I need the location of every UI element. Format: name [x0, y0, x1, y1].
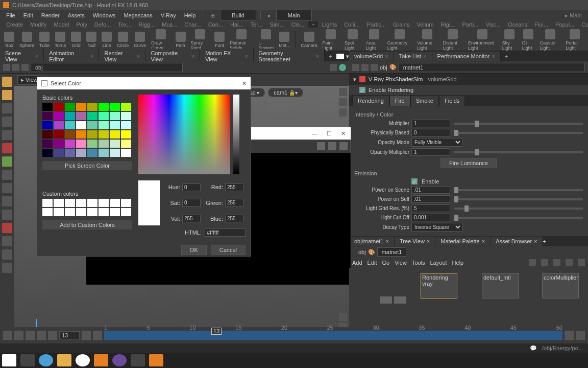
- shelf-distant-light[interactable]: Distant Light: [443, 29, 463, 51]
- swatch[interactable]: [121, 103, 131, 111]
- shelf-met-[interactable]: Met...: [279, 32, 290, 48]
- select-tool[interactable]: [2, 77, 12, 87]
- swatch[interactable]: [76, 121, 86, 129]
- green-input[interactable]: [225, 199, 243, 206]
- custom-swatch[interactable]: [54, 208, 64, 216]
- swatch[interactable]: [76, 149, 86, 157]
- close-icon[interactable]: ✕: [242, 80, 247, 87]
- pself-input[interactable]: [411, 195, 450, 203]
- swatch[interactable]: [121, 149, 131, 157]
- minimize-icon[interactable]: —: [312, 130, 317, 136]
- custom-swatch[interactable]: [65, 208, 75, 216]
- color-gradient[interactable]: [138, 95, 230, 174]
- loop-btn[interactable]: [565, 331, 574, 340]
- shelf-geometry-light[interactable]: Geometry Light: [387, 29, 412, 51]
- shelf-path[interactable]: Path: [176, 32, 186, 48]
- tab-smoke[interactable]: Smoke: [410, 95, 439, 106]
- tool-e[interactable]: [2, 196, 12, 206]
- add-custom-btn[interactable]: Add to Custom Colors: [42, 220, 132, 229]
- swatch[interactable]: [54, 112, 64, 120]
- swatch[interactable]: [87, 140, 97, 148]
- next-frame-btn[interactable]: [37, 331, 46, 340]
- main-dropdown[interactable]: Main: [276, 10, 312, 21]
- swatch[interactable]: [54, 140, 64, 148]
- swatch[interactable]: [121, 112, 131, 120]
- realtime-btn[interactable]: [576, 331, 585, 340]
- shelf-circle[interactable]: Circle: [117, 32, 129, 48]
- menu-edit[interactable]: Edit: [20, 11, 36, 19]
- tool-d[interactable]: [2, 183, 12, 193]
- home-icon[interactable]: [371, 64, 378, 71]
- add-tab-right[interactable]: +: [501, 52, 512, 61]
- app-icon[interactable]: [112, 354, 127, 366]
- swatch[interactable]: [65, 112, 75, 120]
- swatch[interactable]: [65, 103, 75, 111]
- menu-windows[interactable]: Windows: [90, 11, 119, 19]
- pane-icon[interactable]: [336, 54, 344, 59]
- swatch[interactable]: [99, 149, 109, 157]
- enable-rendering-checkbox[interactable]: ✓: [359, 87, 365, 93]
- swatch[interactable]: [99, 103, 109, 111]
- prev-frame-btn[interactable]: [14, 331, 23, 340]
- ok-button[interactable]: OK: [181, 245, 207, 255]
- swatch[interactable]: [87, 121, 97, 129]
- key-next-btn[interactable]: [93, 331, 102, 340]
- menu-assets[interactable]: Assets: [65, 11, 88, 19]
- swatch[interactable]: [54, 103, 64, 111]
- swatch[interactable]: [54, 121, 64, 129]
- path-field[interactable]: matnet1: [399, 63, 585, 72]
- play-btn[interactable]: [26, 331, 35, 340]
- lasso-tool[interactable]: [2, 90, 12, 100]
- swatch[interactable]: [42, 121, 53, 129]
- shelf-torus[interactable]: Torus: [55, 32, 66, 48]
- shelf-curve[interactable]: Curve: [134, 32, 146, 48]
- lgrid-input[interactable]: [411, 204, 450, 212]
- opmult-slider[interactable]: [454, 151, 583, 153]
- node-default[interactable]: default_mtl: [482, 273, 519, 298]
- enable-checkbox[interactable]: ✓: [411, 178, 418, 185]
- swatch[interactable]: [42, 130, 53, 139]
- nettab-asset[interactable]: Asset Browser×: [491, 237, 543, 246]
- opmode-select[interactable]: Fully Visible: [411, 138, 462, 147]
- desktop-dropdown[interactable]: Build: [220, 10, 256, 21]
- home-icon[interactable]: [21, 64, 29, 71]
- fwd-icon[interactable]: [361, 64, 369, 71]
- pscene-input[interactable]: [411, 186, 450, 194]
- path-field[interactable]: obj: [31, 63, 183, 72]
- node-rendering[interactable]: Rendering vray: [421, 273, 457, 298]
- menu-megascans[interactable]: Megascans: [120, 11, 155, 19]
- lock-tool[interactable]: [2, 130, 12, 140]
- decay-select[interactable]: Inverse Square: [411, 223, 462, 232]
- swatch[interactable]: [42, 149, 53, 157]
- custom-swatch[interactable]: [76, 208, 86, 216]
- shelf-environment-light[interactable]: Environment Light: [468, 29, 497, 51]
- swatch[interactable]: [110, 121, 120, 129]
- swatch[interactable]: [121, 140, 131, 148]
- shelf-grid[interactable]: Grid: [71, 32, 81, 48]
- cancel-button[interactable]: Cancel: [211, 245, 246, 255]
- swatch[interactable]: [54, 130, 64, 139]
- back-icon[interactable]: [352, 64, 359, 71]
- val-input[interactable]: [182, 215, 201, 222]
- swatch[interactable]: [76, 112, 86, 120]
- tool-j[interactable]: [2, 263, 12, 273]
- back-icon[interactable]: [3, 64, 10, 71]
- swatch[interactable]: [42, 112, 53, 120]
- tab-fire[interactable]: Fire: [389, 95, 410, 106]
- value-bar[interactable]: [233, 95, 239, 174]
- custom-swatch[interactable]: [99, 199, 109, 207]
- swatch[interactable]: [99, 121, 109, 129]
- timeline-track[interactable]: 15101520253035404550 13: [104, 331, 562, 340]
- shelf-box[interactable]: Box: [4, 32, 14, 48]
- tool-b[interactable]: [2, 156, 12, 167]
- pick-screen-btn[interactable]: Pick Screen Color: [42, 161, 132, 170]
- swatch[interactable]: [76, 130, 86, 139]
- menu-file[interactable]: File: [3, 11, 18, 19]
- playhead[interactable]: 13: [211, 328, 222, 335]
- custom-swatch[interactable]: [99, 208, 109, 216]
- custom-swatch[interactable]: [65, 199, 75, 207]
- swatch[interactable]: [121, 130, 131, 139]
- first-frame-btn[interactable]: [3, 331, 12, 340]
- shelf-line[interactable]: Line: [102, 32, 112, 48]
- tab-takelist[interactable]: Take List×: [394, 52, 432, 61]
